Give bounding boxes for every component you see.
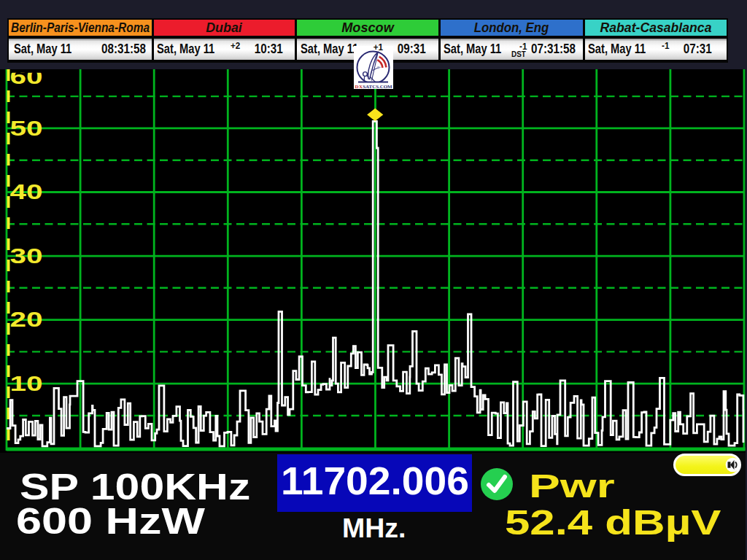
svg-text:30: 30 <box>10 244 43 268</box>
svg-text:50: 50 <box>10 116 43 140</box>
svg-text:SATCS.COM: SATCS.COM <box>363 84 392 89</box>
svg-text:10: 10 <box>10 371 43 395</box>
svg-text:40: 40 <box>10 179 43 203</box>
svg-text:20: 20 <box>10 307 43 331</box>
svg-text:DX: DX <box>355 84 363 89</box>
